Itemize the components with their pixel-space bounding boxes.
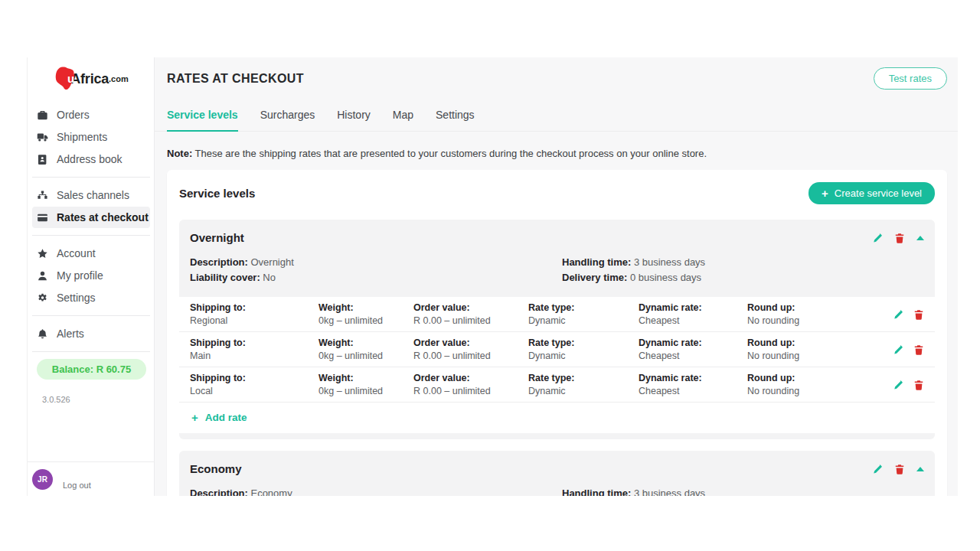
service-level-overnight: Overnight Description: Overnight Liabili… <box>179 220 935 439</box>
uafrica-logo[interactable]: u Africa .com <box>28 62 154 96</box>
create-service-level-button[interactable]: + Create service level <box>808 182 935 204</box>
sitemap-icon <box>37 190 48 201</box>
edit-service-level-button[interactable] <box>872 233 883 243</box>
handling-line: Handling time: 3 business days <box>562 256 924 268</box>
star-icon <box>37 248 48 259</box>
bell-icon <box>37 328 48 340</box>
sidebar-menu: Orders Shipments Address book Sales chan… <box>28 96 154 404</box>
trash-icon <box>894 233 905 243</box>
logout-link[interactable]: Log out <box>63 481 91 490</box>
pencil-icon <box>893 344 903 355</box>
rate-row-main: Shipping to:Main Weight:0kg – unlimited … <box>179 332 935 367</box>
sidebar-item-label: Shipments <box>57 131 107 143</box>
sidebar-item-label: Address book <box>57 153 122 165</box>
pencil-icon <box>893 309 903 320</box>
rate-table: Shipping to:Regional Weight:0kg – unlimi… <box>179 297 935 433</box>
service-levels-title: Service levels <box>179 187 255 200</box>
plus-icon: + <box>191 414 198 422</box>
gear-icon <box>37 292 48 304</box>
pencil-icon <box>872 233 883 243</box>
sidebar-item-label: Account <box>57 247 96 259</box>
avatar[interactable]: JR <box>32 469 53 490</box>
edit-rate-button[interactable] <box>893 380 903 390</box>
sidebar-item-rates-at-checkout[interactable]: Rates at checkout <box>32 207 150 228</box>
sidebar-item-address-book[interactable]: Address book <box>32 148 150 170</box>
delivery-line: Delivery time: 0 business days <box>562 272 924 283</box>
pencil-icon <box>872 464 883 474</box>
tab-history[interactable]: History <box>337 109 371 131</box>
logo-tld: .com <box>109 74 129 83</box>
sidebar-item-label: Rates at checkout <box>57 211 149 223</box>
main-panel: RATES AT CHECKOUT Test rates Service lev… <box>155 57 958 496</box>
app-window: u Africa .com Orders Shipments Address b… <box>27 57 958 496</box>
trash-icon <box>913 309 924 320</box>
trash-icon <box>913 344 924 355</box>
sidebar-item-label: Orders <box>57 109 90 121</box>
trash-icon <box>894 464 905 474</box>
collapse-caret-icon[interactable] <box>916 236 924 240</box>
note-label: Note: <box>167 148 192 159</box>
add-rate-button[interactable]: + Add rate <box>179 403 935 433</box>
sidebar-item-label: Settings <box>57 292 96 304</box>
edit-rate-button[interactable] <box>893 309 903 320</box>
sidebar-item-sales-channels[interactable]: Sales channels <box>32 184 150 206</box>
briefcase-icon <box>37 109 48 121</box>
tab-settings[interactable]: Settings <box>436 109 475 131</box>
handling-line: Handling time: 3 business days <box>562 487 924 496</box>
test-rates-button[interactable]: Test rates <box>874 67 947 90</box>
logo-name: Africa <box>70 71 109 87</box>
balance-badge[interactable]: Balance: R 60.75 <box>37 359 146 380</box>
sidebar-user-area: JR Log out <box>28 461 154 496</box>
rate-row-local: Shipping to:Local Weight:0kg – unlimited… <box>179 367 935 403</box>
sidebar-item-account[interactable]: Account <box>32 243 150 264</box>
tab-map[interactable]: Map <box>393 109 413 131</box>
tab-surcharges[interactable]: Surcharges <box>260 109 315 131</box>
rate-row-regional: Shipping to:Regional Weight:0kg – unlimi… <box>179 297 935 332</box>
service-levels-card-header: Service levels + Create service level <box>179 182 935 204</box>
sidebar-divider <box>32 177 150 178</box>
page-title: RATES AT CHECKOUT <box>167 72 304 86</box>
sidebar: u Africa .com Orders Shipments Address b… <box>28 57 155 496</box>
user-icon <box>37 270 48 282</box>
truck-icon <box>37 132 48 143</box>
service-level-info-left: Description: Overnight Liability cover: … <box>190 256 562 287</box>
delete-rate-button[interactable] <box>913 309 924 320</box>
sidebar-item-alerts[interactable]: Alerts <box>32 323 150 344</box>
page-header: RATES AT CHECKOUT Test rates <box>155 57 958 90</box>
delete-rate-button[interactable] <box>913 380 924 390</box>
sidebar-item-label: Alerts <box>57 328 84 340</box>
sidebar-item-label: My profile <box>57 269 103 282</box>
sidebar-item-settings[interactable]: Settings <box>32 287 150 308</box>
service-level-info-right: Handling time: 3 business days Delivery … <box>562 487 924 496</box>
service-level-footer <box>179 433 935 439</box>
africa-map-icon: u <box>53 67 76 91</box>
sidebar-divider <box>32 315 150 316</box>
service-level-head: Economy Description: Economy Liability c… <box>179 451 935 496</box>
tab-bar: Service levels Surcharges History Map Se… <box>155 90 958 132</box>
service-level-info-left: Description: Economy Liability cover: No <box>190 487 562 496</box>
service-level-economy: Economy Description: Economy Liability c… <box>179 451 935 496</box>
pencil-icon <box>893 380 903 390</box>
logo-u-letter: u <box>67 72 74 85</box>
sidebar-item-shipments[interactable]: Shipments <box>32 126 150 148</box>
edit-rate-button[interactable] <box>893 344 903 355</box>
service-level-name: Economy <box>190 462 242 475</box>
sidebar-item-my-profile[interactable]: My profile <box>32 265 150 286</box>
description-line: Description: Economy <box>190 487 562 496</box>
delete-service-level-button[interactable] <box>894 233 905 243</box>
service-level-name: Overnight <box>190 231 244 244</box>
delete-rate-button[interactable] <box>913 344 924 355</box>
plus-icon: + <box>822 190 828 197</box>
trash-icon <box>913 380 924 390</box>
delete-service-level-button[interactable] <box>894 464 905 474</box>
sidebar-divider <box>32 235 150 236</box>
collapse-caret-icon[interactable] <box>916 467 924 471</box>
sidebar-divider <box>32 351 150 352</box>
edit-service-level-button[interactable] <box>872 464 883 474</box>
liability-line: Liability cover: No <box>190 272 562 283</box>
tab-service-levels[interactable]: Service levels <box>167 109 238 132</box>
address-book-icon <box>37 154 48 165</box>
sidebar-item-orders[interactable]: Orders <box>32 104 150 126</box>
app-version: 3.0.526 <box>42 395 150 404</box>
sidebar-item-label: Sales channels <box>57 189 129 201</box>
